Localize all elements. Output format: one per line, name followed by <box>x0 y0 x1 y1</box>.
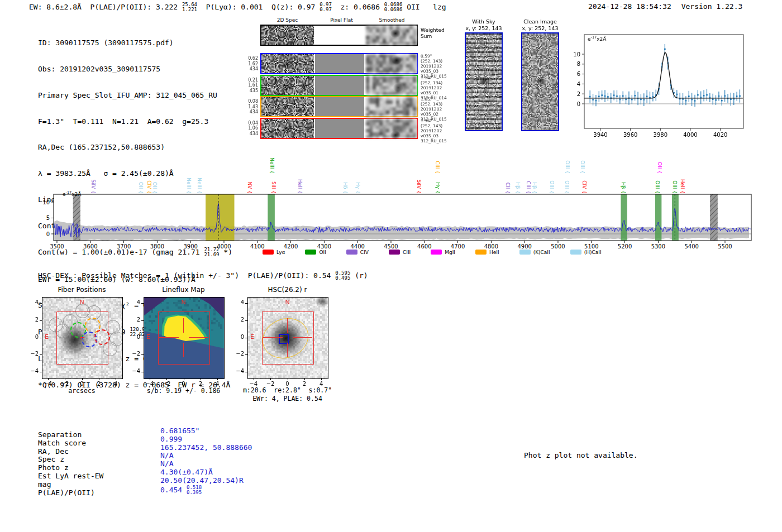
y-tick-mark <box>245 354 247 355</box>
hsc-ewr-plae-label: EWr: 4, PLAE: 0.54 <box>236 395 338 402</box>
line-legend: LyαOIICIVCIIIMgIIHeII(K)CaII(H)CaII <box>263 250 602 255</box>
legend-swatch <box>519 250 531 255</box>
y-tick-label: 0 <box>233 334 244 340</box>
cutout-meta-line: 20191202 <box>421 107 461 112</box>
svg-text:3960: 3960 <box>623 132 637 138</box>
spectral-line-label: OII { <box>138 182 144 194</box>
info-radec: RA,Dec (165.237152,50.888653) <box>38 143 232 152</box>
spectral-line-label: Hδ { <box>342 182 348 194</box>
cutout-weight-value: 435 <box>239 88 258 94</box>
cutout-weight-value: 434 <box>239 66 258 72</box>
cutout-row <box>260 118 418 139</box>
x-tick-label: 4 <box>316 381 326 387</box>
svg-text:4300: 4300 <box>317 243 331 250</box>
spectral-line-label: NeIII { <box>197 178 202 194</box>
spectral-line-label: Hγ { <box>355 182 361 194</box>
x-tick-label: 0 <box>283 381 293 387</box>
svg-text:4000: 4000 <box>683 132 697 138</box>
cutout-subimage <box>366 26 417 45</box>
x-tick-label: 2 <box>94 381 104 387</box>
svg-text:4500: 4500 <box>384 243 398 250</box>
cutout-flat <box>315 97 364 116</box>
fiber-positions-title: Fiber Positions <box>42 286 122 294</box>
y-tick-mark <box>141 338 144 338</box>
cutout-subimage <box>366 54 417 73</box>
cutout-row <box>260 53 418 74</box>
cutout-meta-line: 0.59" <box>421 54 461 59</box>
cutout-subimage <box>261 76 314 95</box>
spectral-line-label: HeII { <box>680 179 685 194</box>
svg-text:3600: 3600 <box>83 243 97 250</box>
photz-unavailable-note: Phot z plot not available. <box>524 451 638 459</box>
plae-frac: 25.641.221 <box>182 2 197 12</box>
cutout-row-weights: 0.211.61435 <box>239 78 258 94</box>
spectral-line-label: Hβ { <box>621 182 626 194</box>
z-frac: 0.06860.0686 <box>384 2 403 12</box>
col-header-2dspec: 2D Spec <box>260 17 314 23</box>
y-tick-mark <box>141 354 144 355</box>
summary-ew: EW: 8.6±2.8Å P(LAE)/P(OII): 3.222 <box>29 3 182 11</box>
x-tick-label: −4 <box>43 381 53 387</box>
svg-text:4900: 4900 <box>517 243 531 250</box>
svg-text:0: 0 <box>577 101 580 107</box>
legend-swatch <box>475 250 487 255</box>
match-row-label: RA, Dec <box>38 448 103 456</box>
cutout-flat <box>315 26 364 45</box>
spectrum-ylabel: e-17x2Å <box>63 190 81 197</box>
cutout-subimage <box>366 119 417 138</box>
cutout-meta-line: (252, 143) <box>421 102 461 107</box>
timestamp: 2024-12-28 18:54:32 <box>588 2 671 11</box>
hsc-image-plot <box>247 297 328 379</box>
cutout-subimage <box>261 97 314 116</box>
cutout-meta-line: 1.14" <box>421 75 461 80</box>
spectral-line-label: SiII { <box>271 181 276 194</box>
svg-text:3980: 3980 <box>654 132 667 138</box>
cutout-weight-value: 1.61 <box>239 83 258 88</box>
x-tick-label: 0 <box>77 381 87 387</box>
match-row-value: 4.30(±0.47)Å <box>160 468 252 477</box>
match-row-value: 0.681655" <box>160 427 252 435</box>
x-tick-mark <box>184 378 184 380</box>
x-tick-mark <box>288 378 288 380</box>
cutout-row-weights: 0.081.43434 <box>239 99 258 115</box>
y-tick-mark <box>245 372 247 372</box>
x-tick-mark <box>65 378 65 380</box>
cutout-weight-value: 434 <box>239 109 258 115</box>
cutout-meta-line: v035_01 <box>421 90 461 95</box>
cutout-meta-line: (252, 143) <box>421 123 461 128</box>
spectral-line-label: OIII { <box>580 160 585 174</box>
qz-frac: 0.970.97 <box>320 2 332 12</box>
spectral-line-label: NV { <box>247 182 252 194</box>
svg-text:10: 10 <box>573 51 580 57</box>
cutout-subimage <box>366 76 417 95</box>
info-seeing: F=1.3" T=0.111 N=1.21 A=0.62 g=25.3 <box>38 117 232 126</box>
spectral-line-label: CIII { <box>435 161 440 174</box>
spectral-line-label: Hβ { <box>532 182 537 194</box>
svg-text:5400: 5400 <box>684 243 698 250</box>
svg-text:10: 10 <box>42 199 50 205</box>
x-tick-mark <box>99 378 99 380</box>
y-tick-mark <box>40 338 42 338</box>
svg-text:6: 6 <box>577 71 580 77</box>
cutout-row <box>260 75 418 96</box>
legend-item: MgII <box>431 250 455 255</box>
y-tick-mark <box>245 320 247 321</box>
svg-text:5200: 5200 <box>618 243 632 250</box>
spectral-line-label: SiIV { <box>90 179 96 194</box>
summary-header: EW: 8.6±2.8Å P(LAE)/P(OII): 3.222 25.641… <box>29 2 446 12</box>
x-tick-label: −2 <box>265 381 275 387</box>
legend-swatch <box>305 250 316 255</box>
svg-text:5: 5 <box>46 215 50 221</box>
x-tick-label: −4 <box>145 381 155 387</box>
svg-text:3940: 3940 <box>593 132 607 138</box>
y-tick-mark <box>245 338 247 338</box>
x-tick-mark <box>270 378 271 380</box>
svg-text:3500: 3500 <box>50 243 64 250</box>
lineflux-sb-label: s/b: 9.19 +/- 0.186 <box>132 387 235 395</box>
spectral-line-label: OIII { <box>672 180 678 194</box>
cutout-flat <box>315 119 364 138</box>
svg-text:4600: 4600 <box>417 243 431 250</box>
svg-text:3700: 3700 <box>117 243 131 250</box>
withsky-stripes <box>466 33 502 130</box>
legend-item: (K)CaII <box>519 250 550 255</box>
